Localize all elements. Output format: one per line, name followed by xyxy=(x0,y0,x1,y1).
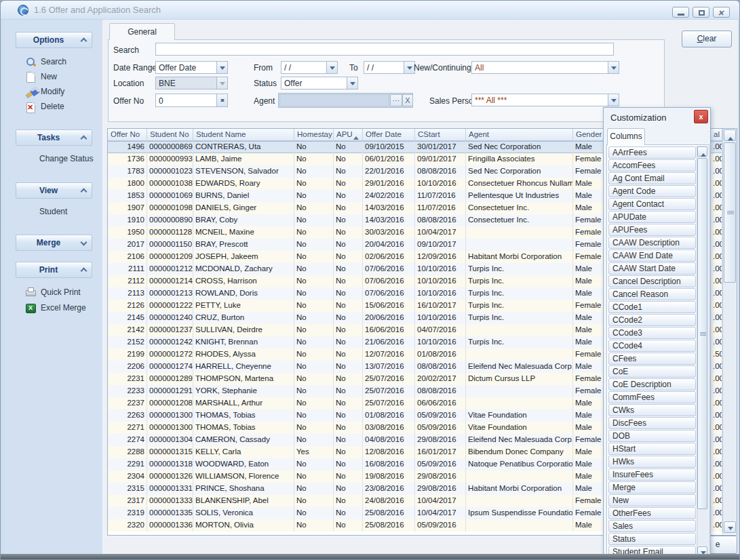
offer-no-stepper[interactable]: 0 xyxy=(155,94,228,107)
column-list-item[interactable]: CAAW Start Date xyxy=(608,262,696,275)
sidebar-item-student[interactable]: Student xyxy=(39,205,67,218)
from-date-select[interactable]: / / xyxy=(281,61,338,74)
sidebar-item-label: Student xyxy=(39,207,67,216)
tab-columns[interactable]: Columns xyxy=(607,128,645,145)
spinner-arrows-icon[interactable] xyxy=(216,94,227,106)
table-cell: No xyxy=(334,336,363,348)
grid-header-cell[interactable]: Homestay xyxy=(294,129,334,141)
sidebar-item-quick-print[interactable]: Quick Print xyxy=(25,286,81,298)
options-panel-header[interactable]: Options xyxy=(16,32,92,48)
column-list-item[interactable]: Sales xyxy=(608,520,696,532)
columns-list-scrollbar[interactable] xyxy=(697,146,708,557)
column-list-item[interactable]: AArrFees xyxy=(608,146,696,159)
table-cell: 19/08/2016 xyxy=(363,471,415,483)
status-select[interactable]: Offer xyxy=(281,77,358,89)
location-select[interactable]: BNE xyxy=(155,77,228,89)
grid-header-cell[interactable]: Offer No xyxy=(108,129,147,141)
table-cell: No xyxy=(334,190,363,202)
column-list-item[interactable]: InsureFees xyxy=(608,468,696,481)
column-list-item[interactable]: Cancel Reason xyxy=(608,288,696,300)
grid-header-cell[interactable]: APU xyxy=(334,129,363,141)
column-list-item[interactable]: Status xyxy=(608,533,696,545)
scrollbar-thumb[interactable] xyxy=(724,142,736,283)
column-list-item[interactable]: HStart xyxy=(608,443,696,455)
clear-button[interactable]: Clear xyxy=(682,31,732,47)
column-list-item[interactable]: APUDate xyxy=(608,211,696,223)
column-list-item[interactable]: CommFees xyxy=(608,391,696,403)
date-range-select[interactable]: Offer Date xyxy=(155,61,228,74)
column-list-item[interactable]: APUFees xyxy=(608,224,696,236)
dropdown-arrow-icon[interactable] xyxy=(404,62,414,73)
table-cell: 2017 xyxy=(108,239,147,251)
grid-header-cell[interactable]: Gender xyxy=(573,129,605,141)
dropdown-arrow-icon[interactable] xyxy=(608,62,619,73)
agent-clear-button[interactable]: X xyxy=(402,94,413,106)
dropdown-arrow-icon[interactable] xyxy=(326,62,337,73)
column-list-item[interactable]: Agent Contact xyxy=(608,198,696,210)
new-continuing-select[interactable]: All xyxy=(471,61,619,74)
sidebar-item-delete[interactable]: Delete xyxy=(25,100,64,113)
column-list-item[interactable]: Agent Code xyxy=(608,185,696,197)
column-list-item[interactable]: CWks xyxy=(608,404,696,416)
sidebar-item-modify[interactable]: Modify xyxy=(25,85,64,98)
sidebar-item-excel-merge[interactable]: Excel Merge xyxy=(25,302,86,314)
grid-header-cell[interactable]: Student No xyxy=(147,129,193,141)
scrollbar-thumb[interactable] xyxy=(697,158,707,509)
sidebar-item-change-status[interactable]: Change Status xyxy=(39,153,93,165)
table-cell: No xyxy=(294,348,334,361)
column-list-item[interactable]: DiscFees xyxy=(608,417,696,429)
column-list-item[interactable]: CAAW Description xyxy=(608,237,696,249)
table-cell: 13/07/2016 xyxy=(363,361,415,373)
column-list-item[interactable]: CAAW End Date xyxy=(608,249,696,262)
grid-header-cell[interactable]: Agent xyxy=(466,129,573,141)
column-list-item[interactable]: CCode2 xyxy=(608,314,696,326)
column-list-item[interactable]: CoE xyxy=(608,365,696,378)
column-list-item[interactable]: OtherFees xyxy=(608,507,696,519)
dropdown-arrow-icon[interactable] xyxy=(216,62,227,73)
grid-vertical-scrollbar[interactable] xyxy=(722,129,737,534)
view-panel-header[interactable]: View xyxy=(16,182,92,199)
to-date-select[interactable]: / / xyxy=(364,61,415,74)
column-list-item[interactable]: CoE Description xyxy=(608,378,696,391)
tab-general[interactable]: General xyxy=(109,23,175,40)
column-list-item[interactable]: DOB xyxy=(608,430,696,442)
sidebar-item-search[interactable]: Search xyxy=(25,56,66,68)
minimize-button[interactable] xyxy=(672,7,689,18)
table-cell: WILLIAMSON, Florence xyxy=(193,471,294,483)
dialog-close-button[interactable]: x xyxy=(694,110,708,123)
column-list-item[interactable]: CCode1 xyxy=(608,301,696,313)
dropdown-arrow-icon[interactable] xyxy=(608,94,619,106)
scroll-up-button[interactable] xyxy=(724,129,736,141)
column-list-item[interactable]: Merge xyxy=(608,481,696,494)
table-cell: .00 xyxy=(711,422,722,434)
close-button[interactable]: ✕ xyxy=(713,7,730,18)
column-list-item[interactable]: Cancel Description xyxy=(608,275,696,287)
restore-button[interactable] xyxy=(693,7,709,18)
scroll-up-button[interactable] xyxy=(697,146,707,157)
grid-header-cell[interactable]: Offer Date xyxy=(363,129,415,141)
dropdown-arrow-icon[interactable] xyxy=(347,77,357,89)
scroll-down-button[interactable] xyxy=(724,521,736,533)
sales-person-select[interactable]: *** All *** xyxy=(471,94,619,106)
table-cell: 02/06/2016 xyxy=(363,251,415,263)
search-input[interactable] xyxy=(155,43,614,56)
grid-header-cell[interactable]: CStart xyxy=(415,129,466,141)
column-list-item[interactable]: New xyxy=(608,494,696,506)
column-list-item[interactable]: CCode4 xyxy=(608,340,696,352)
print-panel-header[interactable]: Print xyxy=(16,262,92,278)
column-list-item[interactable]: AccomFees xyxy=(608,159,696,172)
agent-field[interactable] xyxy=(279,94,389,106)
sidebar-item-new[interactable]: New xyxy=(25,71,57,83)
column-list-item[interactable]: Ag Cont Email xyxy=(608,172,696,184)
agent-browse-button[interactable]: ··· xyxy=(390,94,402,106)
column-list-item[interactable]: CFees xyxy=(608,353,696,365)
table-cell: No xyxy=(294,251,334,263)
column-list-item[interactable]: CCode3 xyxy=(608,327,696,339)
table-cell: 1800 xyxy=(108,178,147,190)
column-list-item[interactable]: HWks xyxy=(608,456,696,468)
merge-panel-header[interactable]: Merge xyxy=(16,235,92,251)
table-cell: 0000001336 xyxy=(147,519,193,532)
tasks-panel-header[interactable]: Tasks xyxy=(16,129,92,146)
grid-header-cell[interactable]: Student Name xyxy=(193,129,294,141)
grid-header-cell[interactable]: al xyxy=(711,129,722,141)
